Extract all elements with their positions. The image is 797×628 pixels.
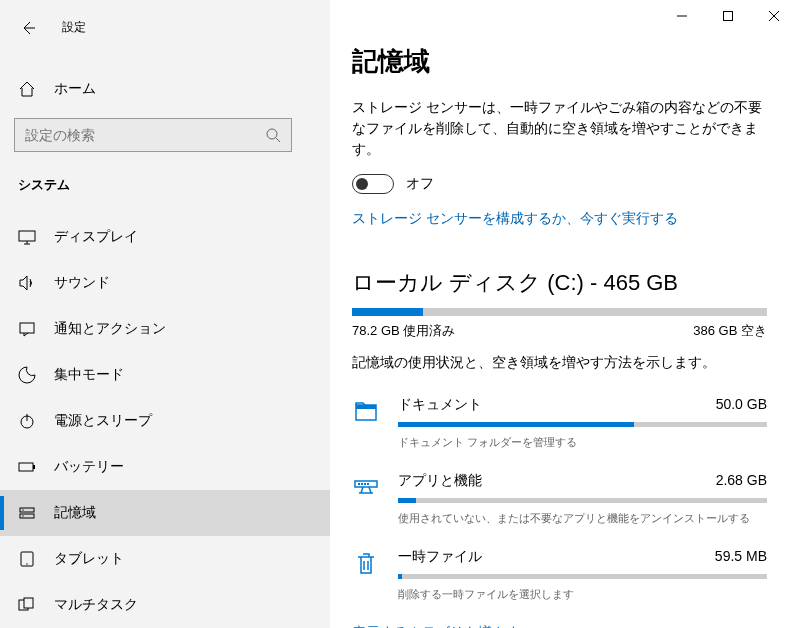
toggle-label: オフ (406, 175, 434, 193)
sound-icon (18, 274, 36, 292)
storage-category-trash[interactable]: 一時ファイル59.5 MB削除する一時ファイルを選択します (352, 538, 767, 614)
category-bar (398, 498, 767, 503)
storage-sense-toggle[interactable] (352, 174, 394, 194)
svg-rect-1 (19, 231, 35, 241)
search-input[interactable] (25, 127, 265, 143)
search-icon (265, 127, 281, 143)
storage-category-document[interactable]: ドキュメント50.0 GBドキュメント フォルダーを管理する (352, 386, 767, 462)
disk-heading: ローカル ディスク (C:) - 465 GB (352, 268, 767, 298)
document-icon (352, 398, 380, 426)
sidebar-item-label: ディスプレイ (54, 228, 138, 246)
category-name: ドキュメント (398, 396, 482, 414)
category-size: 59.5 MB (715, 548, 767, 564)
svg-rect-13 (24, 598, 33, 608)
svg-rect-14 (724, 12, 733, 21)
svg-rect-20 (364, 483, 366, 485)
sidebar-item-label: 記憶域 (54, 504, 96, 522)
disk-used-text: 78.2 GB 使用済み (352, 322, 455, 340)
svg-rect-7 (20, 514, 34, 518)
battery-icon (18, 458, 36, 476)
category-name: 一時ファイル (398, 548, 482, 566)
sidebar-item-battery[interactable]: バッテリー (0, 444, 330, 490)
sidebar-item-power[interactable]: 電源とスリープ (0, 398, 330, 444)
svg-rect-18 (358, 483, 360, 485)
sidebar-item-label: 集中モード (54, 366, 124, 384)
multitask-icon (18, 596, 36, 614)
minimize-button[interactable] (659, 0, 705, 32)
sidebar-item-label: 通知とアクション (54, 320, 166, 338)
category-size: 50.0 GB (716, 396, 767, 412)
display-icon (18, 228, 36, 246)
maximize-button[interactable] (705, 0, 751, 32)
disk-usage-hint: 記憶域の使用状況と、空き領域を増やす方法を示します。 (352, 354, 767, 372)
sidebar-item-notifications[interactable]: 通知とアクション (0, 306, 330, 352)
home-icon (18, 80, 36, 98)
category-hint: ドキュメント フォルダーを管理する (398, 435, 767, 450)
notifications-icon (18, 320, 36, 338)
svg-point-8 (22, 509, 23, 510)
storage-sense-description: ストレージ センサーは、一時ファイルやごみ箱の内容などの不要なファイルを削除して… (352, 97, 767, 160)
home-label: ホーム (54, 80, 96, 98)
svg-point-11 (26, 563, 27, 564)
disk-free-text: 386 GB 空き (693, 322, 767, 340)
category-name: アプリと機能 (398, 472, 482, 490)
search-input-wrap[interactable] (14, 118, 292, 152)
svg-rect-16 (356, 405, 376, 409)
storage-icon (18, 504, 36, 522)
sidebar-item-multitask[interactable]: マルチタスク (0, 582, 330, 628)
svg-rect-5 (33, 465, 35, 469)
storage-category-apps[interactable]: アプリと機能2.68 GB使用されていない、または不要なアプリと機能をアンインス… (352, 462, 767, 538)
focus-icon (18, 366, 36, 384)
close-button[interactable] (751, 0, 797, 32)
home-button[interactable]: ホーム (0, 71, 330, 106)
page-title: 記憶域 (352, 44, 767, 79)
category-bar (398, 422, 767, 427)
tablet-icon (18, 550, 36, 568)
sidebar-item-display[interactable]: ディスプレイ (0, 214, 330, 260)
category-label: システム (0, 176, 330, 194)
svg-point-9 (22, 515, 23, 516)
svg-rect-4 (19, 463, 33, 471)
category-bar (398, 574, 767, 579)
power-icon (18, 412, 36, 430)
sidebar-item-focus[interactable]: 集中モード (0, 352, 330, 398)
sidebar-item-label: バッテリー (54, 458, 124, 476)
sidebar-item-label: サウンド (54, 274, 110, 292)
trash-icon (352, 550, 380, 578)
window-title: 設定 (62, 19, 86, 36)
sidebar-item-label: タブレット (54, 550, 124, 568)
svg-rect-6 (20, 508, 34, 512)
show-more-categories-link[interactable]: 表示するカテゴリを増やす (352, 624, 520, 628)
sidebar-item-label: 電源とスリープ (54, 412, 152, 430)
svg-rect-21 (367, 483, 369, 485)
sidebar-item-tablet[interactable]: タブレット (0, 536, 330, 582)
category-hint: 使用されていない、または不要なアプリと機能をアンインストールする (398, 511, 767, 526)
sidebar-item-label: マルチタスク (54, 596, 138, 614)
configure-storage-sense-link[interactable]: ストレージ センサーを構成するか、今すぐ実行する (352, 210, 678, 228)
category-size: 2.68 GB (716, 472, 767, 488)
svg-rect-2 (20, 323, 34, 333)
back-button[interactable] (18, 18, 38, 38)
disk-usage-bar (352, 308, 767, 316)
sidebar-item-storage[interactable]: 記憶域 (0, 490, 330, 536)
sidebar-item-sound[interactable]: サウンド (0, 260, 330, 306)
category-hint: 削除する一時ファイルを選択します (398, 587, 767, 602)
svg-point-0 (267, 129, 277, 139)
apps-icon (352, 474, 380, 502)
svg-rect-19 (361, 483, 363, 485)
